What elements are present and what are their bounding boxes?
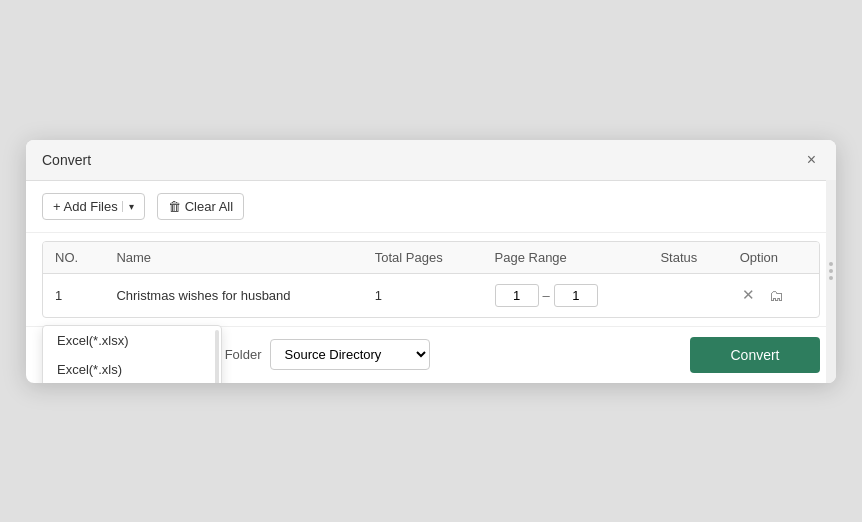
scrollbar-dot xyxy=(829,269,833,273)
col-total-pages: Total Pages xyxy=(363,242,483,274)
convert-dialog: Convert × + Add Files ▾ 🗑 Clear All NO. … xyxy=(26,140,836,383)
scrollbar-dots xyxy=(829,262,833,280)
page-from-input[interactable] xyxy=(495,284,539,307)
table-row: 1 Christmas wishes for husband 1 – ✕ xyxy=(43,273,819,317)
file-table-wrapper: NO. Name Total Pages Page Range Status O… xyxy=(42,241,820,318)
close-button[interactable]: × xyxy=(803,150,820,170)
col-option: Option xyxy=(728,242,819,274)
dialog-scrollbar[interactable] xyxy=(826,180,836,383)
add-files-button[interactable]: + Add Files ▾ xyxy=(42,193,145,220)
col-name: Name xyxy=(104,242,362,274)
add-files-label: + Add Files xyxy=(53,199,118,214)
cell-no: 1 xyxy=(43,273,104,317)
dropdown-item-xls[interactable]: Excel(*.xls) xyxy=(43,355,221,383)
dialog-title: Convert xyxy=(42,152,91,168)
trash-icon: 🗑 xyxy=(168,199,181,214)
format-dropdown-menu: Excel(*.xlsx) Excel(*.xls) PowerPoint(*.… xyxy=(42,325,222,383)
col-no: NO. xyxy=(43,242,104,274)
col-page-range: Page Range xyxy=(483,242,649,274)
scrollbar-dot xyxy=(829,262,833,266)
clear-all-label: Clear All xyxy=(185,199,233,214)
toolbar: + Add Files ▾ 🗑 Clear All xyxy=(26,181,836,233)
folder-button[interactable]: 🗂 xyxy=(767,285,786,306)
page-to-input[interactable] xyxy=(554,284,598,307)
dropdown-item-xlsx[interactable]: Excel(*.xlsx) xyxy=(43,326,221,355)
range-dash: – xyxy=(543,288,550,303)
table-header-row: NO. Name Total Pages Page Range Status O… xyxy=(43,242,819,274)
cell-option: ✕ 🗂 xyxy=(728,273,819,317)
remove-row-button[interactable]: ✕ xyxy=(740,284,757,306)
cell-page-range: – xyxy=(483,273,649,317)
cell-name: Christmas wishes for husband xyxy=(104,273,362,317)
dialog-titlebar: Convert × xyxy=(26,140,836,181)
output-folder-section: Output Folder Source Directory xyxy=(182,339,678,370)
clear-all-button[interactable]: 🗑 Clear All xyxy=(157,193,244,220)
file-table: NO. Name Total Pages Page Range Status O… xyxy=(43,242,819,317)
dropdown-scrollbar[interactable] xyxy=(215,330,219,383)
col-status: Status xyxy=(648,242,727,274)
scrollbar-dot xyxy=(829,276,833,280)
source-directory-select[interactable]: Source Directory xyxy=(270,339,430,370)
cell-total-pages: 1 xyxy=(363,273,483,317)
add-files-dropdown-arrow[interactable]: ▾ xyxy=(122,201,134,212)
convert-button[interactable]: Convert xyxy=(690,337,820,373)
cell-status xyxy=(648,273,727,317)
